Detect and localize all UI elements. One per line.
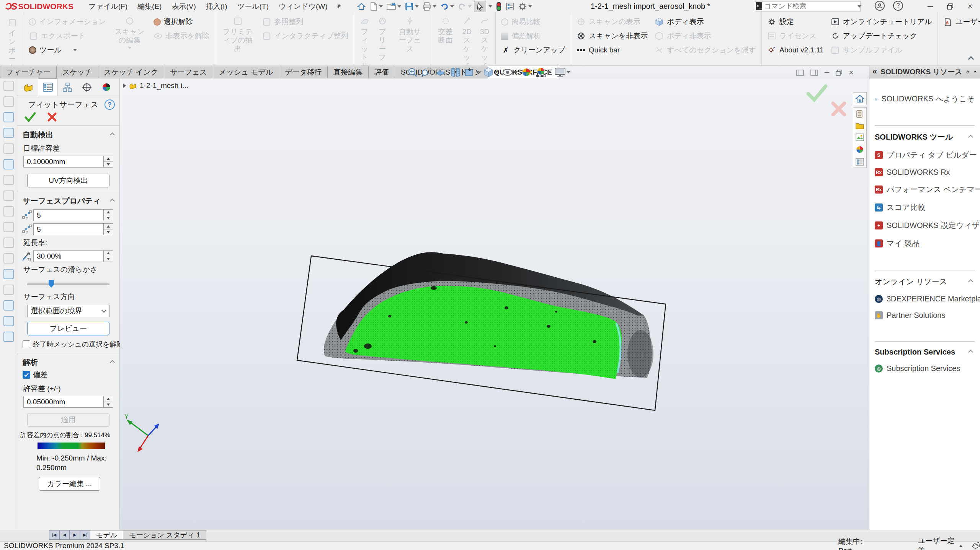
ribbon-information-button[interactable]: i インフォメーション: [27, 16, 108, 28]
auto-detect-section-header[interactable]: 自動検出: [17, 126, 119, 142]
view-settings-monitor-button[interactable]: [554, 67, 570, 77]
menu-edit[interactable]: 編集(E): [132, 0, 167, 13]
model-canvas[interactable]: [120, 78, 869, 530]
menu-insert[interactable]: 挿入(I): [201, 0, 232, 13]
resources-home-icon[interactable]: [855, 94, 864, 103]
ribbon-3d-sketch-fit-button[interactable]: 3Dスケッチフィット: [478, 14, 492, 64]
first-sheet-button[interactable]: |◀: [49, 530, 59, 540]
analysis-section-header[interactable]: 解析: [17, 353, 119, 369]
motion-study-tab[interactable]: モーション スタディ 1: [123, 530, 206, 540]
target-tolerance-stepper[interactable]: [104, 156, 113, 168]
settings-gear-button[interactable]: [517, 1, 533, 12]
ribbon-hide-sections-button[interactable]: すべてのセクションを隠す: [653, 44, 758, 56]
tab-direct-editing[interactable]: 直接編集: [327, 66, 368, 78]
strip-select-grid-icon[interactable]: [3, 269, 14, 279]
units-selector[interactable]: ユーザー定義: [918, 536, 956, 550]
ribbon-hide-body-button[interactable]: ボディ非表示: [653, 30, 758, 42]
design-library-icon[interactable]: [856, 110, 864, 118]
strip-cube-3-icon[interactable]: [3, 206, 14, 216]
property-manager-tab[interactable]: [38, 78, 57, 96]
ribbon-settings-button[interactable]: 設定: [766, 16, 825, 28]
task-pane-options-gear-icon[interactable]: [966, 68, 970, 76]
next-sheet-button[interactable]: ▶: [70, 530, 80, 540]
strip-cube-4-icon[interactable]: [3, 222, 14, 232]
strip-cube-2-icon[interactable]: [3, 190, 14, 201]
custom-properties-icon[interactable]: [856, 158, 864, 166]
menu-tools[interactable]: ツール(T): [232, 0, 274, 13]
dimxpert-tab[interactable]: [77, 78, 96, 96]
strip-cube-6-icon[interactable]: [3, 253, 14, 264]
strip-layers-1-icon[interactable]: [3, 316, 14, 326]
doc-minimize-button[interactable]: ─: [825, 69, 829, 76]
task-pane-pin-icon[interactable]: [973, 68, 977, 76]
strip-box-curve-icon[interactable]: [3, 143, 14, 154]
help-icon[interactable]: ?: [893, 1, 903, 11]
tab-sketch[interactable]: スケッチ: [56, 66, 98, 78]
ribbon-license-button[interactable]: ライセンス: [766, 30, 825, 42]
settings-wizard-link[interactable]: ✦ SOLIDWORKS 設定ウィザード: [875, 220, 975, 231]
appearances-scenes-icon[interactable]: [856, 145, 864, 154]
ok-check-button[interactable]: [24, 112, 36, 122]
menu-window[interactable]: ウィンドウ(W): [274, 0, 333, 13]
ribbon-freeform-button[interactable]: フリーフォーム: [376, 14, 389, 64]
slider-handle[interactable]: [49, 280, 54, 288]
normal-to-view-button[interactable]: [464, 67, 480, 77]
extension-rate-input[interactable]: [33, 250, 104, 262]
graphics-viewport[interactable]: 1-2-1_mesh i...: [120, 78, 869, 530]
ribbon-collapse-icon[interactable]: [969, 55, 973, 63]
target-tolerance-input[interactable]: [23, 156, 104, 168]
menu-file[interactable]: ファイル(F): [83, 0, 132, 13]
ribbon-sample-files-button[interactable]: サンプルファイル: [829, 44, 934, 56]
ribbon-export-button[interactable]: エクスポート: [27, 30, 108, 42]
strip-surface-icon[interactable]: [3, 96, 14, 107]
pane-right-icon[interactable]: [810, 70, 818, 76]
tab-data-migration[interactable]: データ移行: [279, 66, 327, 78]
welcome-link[interactable]: SOLIDWORKS へようこそ: [875, 94, 975, 104]
help-button[interactable]: ?: [105, 99, 115, 110]
ribbon-online-tutorials-button[interactable]: オンラインチュートリアル: [829, 16, 934, 28]
deviation-checkbox[interactable]: [23, 371, 30, 379]
ribbon-cross-section-button[interactable]: 交差断面: [435, 14, 456, 64]
strip-spline-icon[interactable]: [3, 128, 14, 138]
save-button[interactable]: [403, 1, 420, 12]
tools-section-header[interactable]: SOLIDWORKS ツール: [875, 125, 975, 142]
strip-document-icon[interactable]: [3, 81, 14, 91]
tag-icon[interactable]: [972, 542, 980, 550]
tab-features[interactable]: フィーチャー: [0, 66, 56, 78]
extension-rate-stepper[interactable]: [104, 250, 113, 262]
viewport-ok-check-icon[interactable]: [806, 84, 828, 102]
ribbon-auto-surface-button[interactable]: 自動サーフェス: [393, 14, 427, 64]
tab-mesh-modeling[interactable]: メッシュ モデル: [213, 66, 279, 78]
task-pane-collapse-icon[interactable]: «: [872, 67, 877, 76]
view-palette-icon[interactable]: [856, 133, 864, 141]
tab-evaluate[interactable]: 評価: [368, 66, 395, 78]
ribbon-tools-button[interactable]: ツール: [27, 44, 108, 56]
u-count-stepper[interactable]: [104, 209, 113, 221]
last-sheet-button[interactable]: ▶|: [80, 530, 90, 540]
ribbon-hide-scan-button[interactable]: スキャンを非表示: [575, 30, 649, 42]
ribbon-deselect-button[interactable]: 選択解除: [152, 16, 211, 28]
marketplace-link[interactable]: ◍ 3DEXPERIENCE Marketplace: [875, 295, 975, 303]
ribbon-show-body-button[interactable]: ボディ表示: [653, 16, 758, 28]
online-resources-section-header[interactable]: オンライン リソース: [875, 270, 975, 287]
surface-properties-section-header[interactable]: サーフェスプロパティ: [17, 192, 119, 208]
ribbon-user-manual-button[interactable]: ユーザーマニュアル: [942, 16, 980, 28]
window-minimize-button[interactable]: ─: [920, 0, 940, 13]
apply-scene-button[interactable]: [536, 67, 551, 78]
print-button[interactable]: [421, 1, 438, 12]
ribbon-about-button[interactable]: About v2.1.11: [766, 44, 825, 56]
options-list-icon[interactable]: [504, 1, 516, 12]
viewport-cancel-x-icon[interactable]: [830, 101, 847, 117]
interference-check-icon[interactable]: [495, 1, 503, 12]
ribbon-2d-sketch-fit-button[interactable]: 2Dスケッチフィット: [460, 14, 474, 64]
ribbon-reference-align-button[interactable]: 参照整列: [260, 16, 350, 28]
ribbon-interactive-align-button[interactable]: インタラクティブ整列: [260, 30, 350, 42]
feature-tree-tab[interactable]: [18, 78, 38, 96]
partner-solutions-link[interactable]: ✋ Partner Solutions: [875, 311, 975, 320]
v-control-points-input[interactable]: [33, 223, 104, 235]
view-orientation-cube-button[interactable]: [483, 67, 498, 78]
ribbon-cleanup-button[interactable]: ✗ クリーンアップ: [500, 44, 567, 56]
undo-button[interactable]: [439, 1, 455, 12]
units-dropdown-icon[interactable]: [959, 545, 962, 547]
ribbon-import-button[interactable]: インポート: [5, 14, 19, 64]
